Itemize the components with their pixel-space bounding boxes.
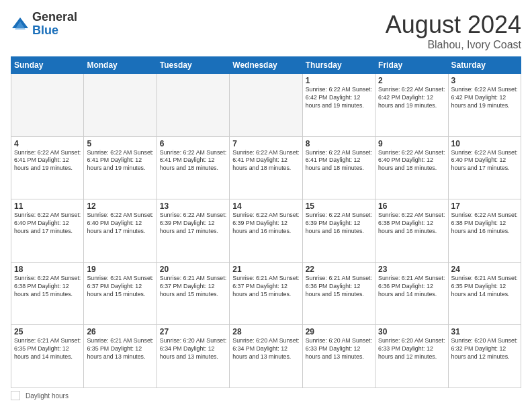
- table-row: 5Sunrise: 6:22 AM Sunset: 6:41 PM Daylig…: [84, 136, 157, 199]
- day-info: Sunrise: 6:22 AM Sunset: 6:39 PM Dayligh…: [232, 212, 299, 236]
- day-number: 30: [378, 327, 445, 336]
- table-row: 12Sunrise: 6:22 AM Sunset: 6:40 PM Dayli…: [84, 199, 157, 263]
- header-row: Sunday Monday Tuesday Wednesday Thursday…: [11, 57, 521, 74]
- daylight-label: Daylight hours: [26, 392, 69, 400]
- table-row: 17Sunrise: 6:22 AM Sunset: 6:38 PM Dayli…: [448, 199, 521, 263]
- table-row: 15Sunrise: 6:22 AM Sunset: 6:39 PM Dayli…: [302, 199, 375, 263]
- daylight-box: [11, 391, 20, 400]
- table-row: 21Sunrise: 6:21 AM Sunset: 6:37 PM Dayli…: [230, 262, 302, 325]
- col-wednesday: Wednesday: [230, 57, 302, 74]
- day-info: Sunrise: 6:22 AM Sunset: 6:41 PM Dayligh…: [306, 149, 372, 173]
- day-info: Sunrise: 6:20 AM Sunset: 6:34 PM Dayligh…: [160, 337, 226, 361]
- table-row: 20Sunrise: 6:21 AM Sunset: 6:37 PM Dayli…: [157, 262, 229, 325]
- day-number: 5: [87, 139, 153, 148]
- day-info: Sunrise: 6:22 AM Sunset: 6:42 PM Dayligh…: [451, 86, 518, 110]
- day-info: Sunrise: 6:21 AM Sunset: 6:37 PM Dayligh…: [232, 275, 299, 299]
- table-row: 19Sunrise: 6:21 AM Sunset: 6:37 PM Dayli…: [84, 262, 157, 325]
- day-info: Sunrise: 6:22 AM Sunset: 6:40 PM Dayligh…: [14, 212, 81, 236]
- table-row: 30Sunrise: 6:20 AM Sunset: 6:33 PM Dayli…: [375, 325, 448, 388]
- logo-icon: [11, 15, 30, 34]
- day-number: 3: [451, 76, 518, 85]
- day-info: Sunrise: 6:22 AM Sunset: 6:38 PM Dayligh…: [378, 212, 445, 236]
- col-friday: Friday: [375, 57, 448, 74]
- table-row: 31Sunrise: 6:20 AM Sunset: 6:32 PM Dayli…: [448, 325, 521, 388]
- day-number: 24: [451, 265, 518, 274]
- day-number: 18: [14, 265, 81, 274]
- day-number: 12: [87, 201, 153, 211]
- day-info: Sunrise: 6:20 AM Sunset: 6:32 PM Dayligh…: [451, 337, 518, 361]
- day-info: Sunrise: 6:20 AM Sunset: 6:33 PM Dayligh…: [306, 337, 372, 361]
- day-info: Sunrise: 6:21 AM Sunset: 6:36 PM Dayligh…: [306, 275, 372, 299]
- day-info: Sunrise: 6:22 AM Sunset: 6:41 PM Dayligh…: [87, 149, 153, 173]
- table-row: [84, 74, 157, 137]
- table-row: 1Sunrise: 6:22 AM Sunset: 6:42 PM Daylig…: [302, 74, 375, 137]
- logo-general-text: General: [32, 11, 77, 24]
- day-number: 15: [306, 201, 372, 211]
- calendar-week-3: 18Sunrise: 6:22 AM Sunset: 6:38 PM Dayli…: [11, 262, 521, 325]
- day-info: Sunrise: 6:22 AM Sunset: 6:40 PM Dayligh…: [87, 212, 153, 236]
- table-row: 22Sunrise: 6:21 AM Sunset: 6:36 PM Dayli…: [302, 262, 375, 325]
- day-number: 2: [378, 76, 445, 85]
- table-row: 6Sunrise: 6:22 AM Sunset: 6:41 PM Daylig…: [157, 136, 229, 199]
- day-number: 7: [232, 139, 299, 148]
- logo-blue-text: Blue: [32, 24, 77, 38]
- title-area: August 2024 Blahou, Ivory Coast: [386, 11, 521, 51]
- day-info: Sunrise: 6:20 AM Sunset: 6:33 PM Dayligh…: [378, 337, 445, 361]
- table-row: 16Sunrise: 6:22 AM Sunset: 6:38 PM Dayli…: [375, 199, 448, 263]
- day-number: 10: [451, 139, 518, 148]
- table-row: 23Sunrise: 6:21 AM Sunset: 6:36 PM Dayli…: [375, 262, 448, 325]
- table-row: 25Sunrise: 6:21 AM Sunset: 6:35 PM Dayli…: [11, 325, 84, 388]
- day-info: Sunrise: 6:22 AM Sunset: 6:38 PM Dayligh…: [451, 212, 518, 236]
- table-row: 2Sunrise: 6:22 AM Sunset: 6:42 PM Daylig…: [375, 74, 448, 137]
- day-number: 20: [160, 265, 226, 274]
- table-row: 27Sunrise: 6:20 AM Sunset: 6:34 PM Dayli…: [157, 325, 229, 388]
- table-row: 9Sunrise: 6:22 AM Sunset: 6:40 PM Daylig…: [375, 136, 448, 199]
- day-info: Sunrise: 6:22 AM Sunset: 6:41 PM Dayligh…: [232, 149, 299, 173]
- table-row: 24Sunrise: 6:21 AM Sunset: 6:35 PM Dayli…: [448, 262, 521, 325]
- table-row: 13Sunrise: 6:22 AM Sunset: 6:39 PM Dayli…: [157, 199, 229, 263]
- day-number: 26: [87, 327, 153, 336]
- col-tuesday: Tuesday: [157, 57, 229, 74]
- table-row: 8Sunrise: 6:22 AM Sunset: 6:41 PM Daylig…: [302, 136, 375, 199]
- day-number: 19: [87, 265, 153, 274]
- day-number: 4: [14, 139, 81, 148]
- day-number: 17: [451, 201, 518, 211]
- day-number: 1: [306, 76, 372, 85]
- col-saturday: Saturday: [448, 57, 521, 74]
- calendar-week-4: 25Sunrise: 6:21 AM Sunset: 6:35 PM Dayli…: [11, 325, 521, 388]
- day-info: Sunrise: 6:21 AM Sunset: 6:37 PM Dayligh…: [87, 275, 153, 299]
- day-info: Sunrise: 6:22 AM Sunset: 6:40 PM Dayligh…: [378, 149, 445, 173]
- day-number: 29: [306, 327, 372, 336]
- col-thursday: Thursday: [302, 57, 375, 74]
- table-row: 7Sunrise: 6:22 AM Sunset: 6:41 PM Daylig…: [230, 136, 302, 199]
- day-info: Sunrise: 6:22 AM Sunset: 6:38 PM Dayligh…: [14, 275, 81, 299]
- day-info: Sunrise: 6:21 AM Sunset: 6:37 PM Dayligh…: [160, 275, 226, 299]
- table-row: 26Sunrise: 6:21 AM Sunset: 6:35 PM Dayli…: [84, 325, 157, 388]
- day-info: Sunrise: 6:21 AM Sunset: 6:35 PM Dayligh…: [451, 275, 518, 299]
- location: Blahou, Ivory Coast: [386, 39, 521, 51]
- logo: General Blue: [11, 11, 77, 38]
- day-info: Sunrise: 6:22 AM Sunset: 6:41 PM Dayligh…: [160, 149, 226, 173]
- day-info: Sunrise: 6:22 AM Sunset: 6:39 PM Dayligh…: [160, 212, 226, 236]
- table-row: 28Sunrise: 6:20 AM Sunset: 6:34 PM Dayli…: [230, 325, 302, 388]
- day-number: 13: [160, 201, 226, 211]
- table-row: 4Sunrise: 6:22 AM Sunset: 6:41 PM Daylig…: [11, 136, 84, 199]
- header: General Blue August 2024 Blahou, Ivory C…: [11, 11, 521, 51]
- table-row: 18Sunrise: 6:22 AM Sunset: 6:38 PM Dayli…: [11, 262, 84, 325]
- day-info: Sunrise: 6:21 AM Sunset: 6:35 PM Dayligh…: [87, 337, 153, 361]
- table-row: 10Sunrise: 6:22 AM Sunset: 6:40 PM Dayli…: [448, 136, 521, 199]
- table-row: 14Sunrise: 6:22 AM Sunset: 6:39 PM Dayli…: [230, 199, 302, 263]
- col-sunday: Sunday: [11, 57, 84, 74]
- day-info: Sunrise: 6:20 AM Sunset: 6:34 PM Dayligh…: [232, 337, 299, 361]
- day-number: 16: [378, 201, 445, 211]
- table-row: 11Sunrise: 6:22 AM Sunset: 6:40 PM Dayli…: [11, 199, 84, 263]
- calendar-table: Sunday Monday Tuesday Wednesday Thursday…: [11, 56, 521, 388]
- day-info: Sunrise: 6:21 AM Sunset: 6:36 PM Dayligh…: [378, 275, 445, 299]
- day-number: 11: [14, 201, 81, 211]
- day-info: Sunrise: 6:22 AM Sunset: 6:41 PM Dayligh…: [14, 149, 81, 173]
- day-number: 21: [232, 265, 299, 274]
- calendar-week-0: 1Sunrise: 6:22 AM Sunset: 6:42 PM Daylig…: [11, 74, 521, 137]
- day-number: 8: [306, 139, 372, 148]
- footer: Daylight hours: [11, 391, 521, 400]
- calendar-week-2: 11Sunrise: 6:22 AM Sunset: 6:40 PM Dayli…: [11, 199, 521, 263]
